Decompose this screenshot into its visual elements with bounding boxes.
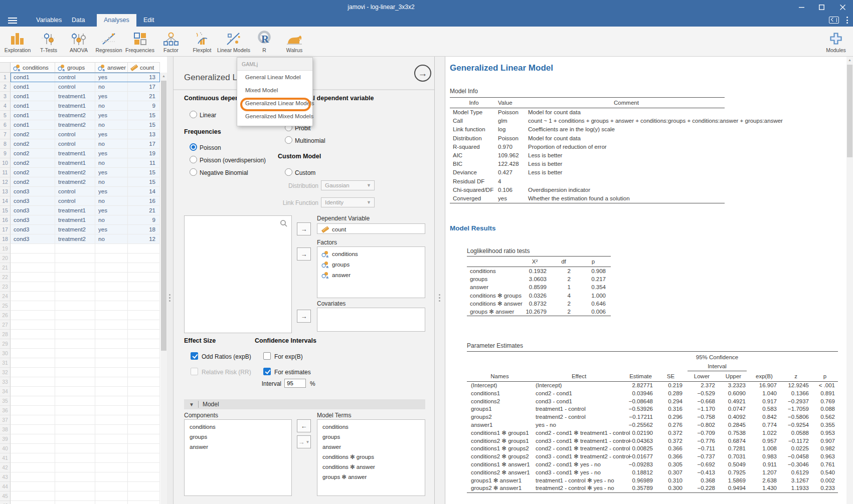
cell[interactable] (55, 444, 95, 453)
ribbon-factor[interactable]: Factor (155, 28, 187, 56)
cell[interactable]: cond3 (11, 196, 55, 206)
cell[interactable] (128, 472, 160, 482)
cell[interactable] (95, 482, 128, 491)
row-number[interactable]: 36 (0, 406, 11, 415)
cell[interactable] (128, 358, 160, 368)
ribbon-walrus[interactable]: Walrus (278, 28, 310, 56)
cell[interactable] (11, 434, 55, 444)
spreadsheet-scrollbar[interactable]: ▲ (160, 73, 167, 504)
cell[interactable] (95, 301, 128, 311)
column-header-answer[interactable]: a answer (95, 63, 128, 72)
cell[interactable]: 14 (128, 187, 160, 196)
scrollbar-thumb[interactable] (161, 81, 166, 351)
model-term-item[interactable]: groups (317, 432, 425, 442)
cell[interactable] (95, 434, 128, 444)
cell[interactable]: no (95, 101, 128, 111)
options-results-splitter[interactable] (434, 57, 445, 504)
cell[interactable]: cond3 (11, 206, 55, 215)
cell[interactable]: no (95, 177, 128, 187)
row-number[interactable]: 42 (0, 463, 11, 472)
row-number[interactable]: 25 (0, 301, 11, 311)
cell[interactable]: cond1 (11, 73, 55, 82)
cell[interactable]: treatment1 (55, 206, 95, 215)
cell[interactable] (55, 453, 95, 463)
column-header-conditions[interactable]: a conditions (11, 63, 55, 72)
row-number[interactable]: 31 (0, 358, 11, 368)
cell[interactable] (95, 330, 128, 339)
cell[interactable] (95, 501, 128, 504)
cell[interactable] (55, 301, 95, 311)
row-number[interactable]: 9 (0, 149, 11, 158)
cell[interactable]: cond1 (11, 101, 55, 111)
tab-edit[interactable]: Edit (136, 14, 161, 27)
cell[interactable] (95, 425, 128, 434)
row-number[interactable]: 22 (0, 273, 11, 282)
cell[interactable] (95, 292, 128, 301)
cell[interactable] (128, 453, 160, 463)
cell[interactable] (55, 368, 95, 377)
dependent-variable-box[interactable]: count (317, 223, 425, 234)
cell[interactable] (128, 396, 160, 406)
row-number[interactable]: 38 (0, 425, 11, 434)
cell[interactable]: control (55, 82, 95, 92)
cell[interactable] (95, 358, 128, 368)
model-term-item[interactable]: conditions (317, 422, 425, 432)
cell[interactable] (55, 387, 95, 396)
collapse-options-button[interactable]: → (414, 65, 431, 82)
cell[interactable] (95, 415, 128, 425)
column-header-groups[interactable]: a groups (55, 63, 95, 72)
cell[interactable]: control (55, 139, 95, 149)
cell[interactable]: 16 (128, 196, 160, 206)
cell[interactable] (11, 339, 55, 349)
cell[interactable]: 19 (128, 149, 160, 158)
cell[interactable]: cond1 (11, 120, 55, 130)
component-item[interactable]: conditions (185, 422, 291, 432)
row-number[interactable]: 3 (0, 92, 11, 101)
cell[interactable] (11, 444, 55, 453)
cell[interactable] (55, 472, 95, 482)
cell[interactable]: treatment2 (55, 234, 95, 244)
radio-linear[interactable] (190, 111, 197, 118)
cell[interactable] (128, 425, 160, 434)
factors-box[interactable]: aconditionsagroupsaanswer (317, 246, 425, 298)
row-number[interactable]: 21 (0, 263, 11, 273)
row-number[interactable]: 30 (0, 349, 11, 358)
cell[interactable]: treatment2 (55, 111, 95, 120)
menu-item-mixed-model[interactable]: Mixed Model (237, 84, 312, 97)
maximize-button[interactable] (813, 0, 830, 14)
row-number[interactable]: 18 (0, 234, 11, 244)
cell[interactable]: cond1 (11, 82, 55, 92)
row-number[interactable]: 37 (0, 415, 11, 425)
radio-poisson[interactable] (190, 143, 197, 151)
cell[interactable]: 15 (128, 111, 160, 120)
radio-poisson-overdispersion[interactable] (190, 156, 197, 163)
cell[interactable]: no (95, 196, 128, 206)
cell[interactable] (95, 339, 128, 349)
cell[interactable] (11, 254, 55, 263)
cell[interactable]: 13 (128, 130, 160, 139)
cell[interactable]: cond2 (11, 139, 55, 149)
cell[interactable] (55, 415, 95, 425)
row-number[interactable]: 17 (0, 225, 11, 234)
cell[interactable] (128, 501, 160, 504)
row-number[interactable]: 34 (0, 387, 11, 396)
cell[interactable]: no (95, 215, 128, 225)
cell[interactable]: control (55, 73, 95, 82)
cell[interactable] (55, 244, 95, 254)
row-number[interactable]: 19 (0, 244, 11, 254)
cell[interactable] (55, 263, 95, 273)
cell[interactable]: 15 (128, 177, 160, 187)
cell[interactable]: cond3 (11, 225, 55, 234)
cell[interactable] (55, 330, 95, 339)
cell[interactable]: cond2 (11, 177, 55, 187)
cell[interactable]: no (95, 82, 128, 92)
cell[interactable] (128, 434, 160, 444)
cell[interactable] (55, 425, 95, 434)
row-number[interactable]: 5 (0, 111, 11, 120)
cell[interactable] (95, 406, 128, 415)
cell[interactable]: no (95, 234, 128, 244)
cell[interactable]: no (95, 120, 128, 130)
cell[interactable] (11, 330, 55, 339)
cell[interactable] (55, 463, 95, 472)
cell[interactable] (95, 311, 128, 320)
